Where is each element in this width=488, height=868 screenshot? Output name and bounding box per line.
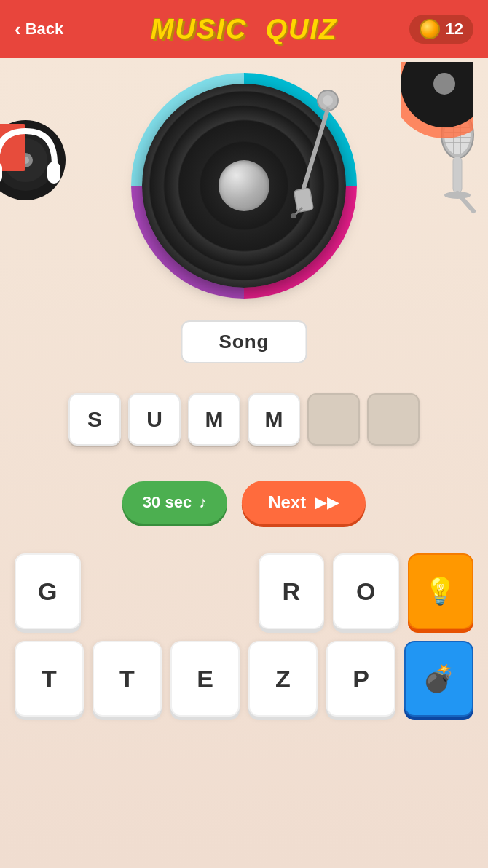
answer-tile-1[interactable]: S [68, 393, 121, 446]
hint-bulb-button[interactable]: 💡 [408, 553, 474, 629]
back-label: Back [25, 20, 64, 39]
answer-area: S U M M [68, 393, 420, 446]
bulb-icon: 💡 [424, 576, 457, 607]
key-E[interactable]: E [170, 641, 240, 717]
title-music: MUSIC [151, 14, 247, 44]
back-button[interactable]: ‹ Back [15, 18, 63, 41]
key-O[interactable]: O [333, 553, 399, 629]
next-button[interactable]: Next ▶▶ [242, 481, 366, 524]
key-empty-1 [90, 553, 165, 629]
headphones-decoration [0, 102, 80, 221]
answer-tile-4[interactable]: M [248, 393, 300, 446]
bomb-icon: 💣 [422, 663, 455, 694]
tonearm [288, 87, 346, 218]
key-Z[interactable]: Z [248, 641, 318, 717]
header: ‹ Back MUSIC QUIZ 12 [0, 0, 488, 58]
next-icon: ▶▶ [315, 493, 339, 512]
key-empty-2 [174, 553, 250, 629]
svg-rect-25 [294, 188, 313, 212]
coin-icon [420, 19, 440, 39]
main-content: Song S U M M 30 sec ♪ Next ▶▶ G R O 💡 [0, 58, 488, 868]
timer-label: 30 sec [143, 493, 192, 512]
keyboard-area: G R O 💡 T T E Z P 💣 [0, 553, 488, 728]
category-label: Song [181, 320, 307, 363]
answer-tile-5[interactable] [307, 393, 360, 446]
coin-count: 12 [446, 20, 463, 39]
timer-button[interactable]: 30 sec ♪ [122, 481, 227, 524]
svg-point-23 [323, 95, 333, 106]
turntable [131, 73, 357, 299]
key-T1[interactable]: T [15, 641, 84, 717]
svg-line-24 [302, 109, 328, 193]
vinyl-partial-right [401, 62, 473, 149]
coins-display: 12 [409, 15, 473, 44]
title-quiz: QUIZ [265, 14, 337, 44]
svg-rect-16 [453, 157, 462, 193]
keyboard-row-1: G R O 💡 [15, 553, 473, 629]
svg-rect-7 [47, 162, 60, 184]
action-buttons: 30 sec ♪ Next ▶▶ [122, 481, 366, 524]
keyboard-row-2: T T E Z P 💣 [15, 641, 473, 717]
key-T2[interactable]: T [93, 641, 162, 717]
key-G[interactable]: G [15, 553, 81, 629]
answer-tile-3[interactable]: M [188, 393, 240, 446]
svg-point-21 [433, 73, 455, 95]
answer-tile-2[interactable]: U [128, 393, 181, 446]
key-P[interactable]: P [326, 641, 395, 717]
hint-bomb-button[interactable]: 💣 [404, 641, 473, 717]
vinyl-center [219, 160, 269, 211]
answer-tile-6[interactable] [367, 393, 420, 446]
app-title: MUSIC QUIZ [151, 14, 337, 45]
music-note-icon: ♪ [199, 493, 207, 512]
next-label: Next [268, 492, 306, 513]
key-R[interactable]: R [259, 553, 325, 629]
category-container: Song [181, 320, 307, 363]
back-arrow-icon: ‹ [15, 18, 21, 41]
